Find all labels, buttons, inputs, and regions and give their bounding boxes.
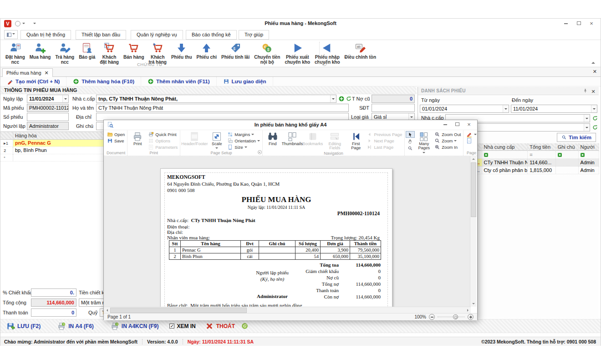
page-setup-dialog-launcher-icon[interactable] [258,150,262,154]
zoom-in-button[interactable] [468,314,474,320]
menu-tab-3[interactable]: Báo cáo thống kê [186,30,237,40]
tim-kiem-button[interactable]: Tìm kiếm [557,133,596,142]
margins-button[interactable]: Margins [226,131,261,137]
filter-cell-2[interactable]: = [528,151,555,158]
hand-button[interactable] [406,138,415,145]
tabstrip-close-icon[interactable]: ✕ [593,69,597,75]
thoat-button[interactable]: THOÁT [205,322,235,331]
xem-in-checkbox[interactable]: ✓ XEM IN [169,323,195,329]
panel-close-icon[interactable]: ✕ [591,88,596,96]
menu-tab-0[interactable]: Quản trị hệ thống [20,30,71,40]
column-header-2[interactable]: Tổng tiền [528,143,555,151]
tool-supplier-return[interactable]: Trả hàng ncc [53,41,76,65]
tool-receipt-out[interactable]: Phiếu chi [194,41,219,60]
ribbon-collapse-icon[interactable] [591,60,595,64]
thumbnails-button[interactable]: Thumbnails [282,131,303,146]
filter-cell-1[interactable] [482,151,528,158]
ho-ten-field[interactable]: CTy TNHH Thuận Nông Phát [96,104,349,112]
preview-horizontal-scrollbar[interactable] [104,307,471,313]
application: V Phiếu mua hàng - MekongSoft × Quản trị… [0,0,601,364]
tab-phieu-mua-hang[interactable]: Phiếu mua hàng ✕ [2,68,53,77]
tu-ngay-field[interactable]: 01/01/2024 [420,105,509,113]
tool-interest[interactable]: $Phiếu tính lãi [219,41,252,60]
luu-button[interactable]: LƯU (F2) [6,322,41,331]
column-header-1[interactable]: Nhà cung cấp [482,143,528,151]
menu-tab-1[interactable]: Thiết lập ban đầu [76,30,126,40]
tool-warehouse-in[interactable]: Phiếu nhập chuyển kho [312,41,342,65]
sell-icon [127,42,140,54]
zoom-slider[interactable] [438,317,465,317]
size-button[interactable]: Size [226,144,261,150]
tool-stock-adjust[interactable]: abĐiều chỉnh tồn [342,41,378,60]
page-color-button[interactable] [464,131,477,137]
action-3[interactable]: Lưu giao diện [217,77,273,86]
action-0[interactable]: Tạo mới (Ctrl + N) [0,77,66,86]
zoom-button[interactable]: Zoom [433,137,462,144]
sp-refresh2-icon[interactable] [592,124,598,131]
open-button[interactable]: Open [106,131,126,137]
ribbon-menu-button[interactable] [4,30,18,39]
first-page-button[interactable]: First Page [346,131,365,151]
ngay-lap-field[interactable]: 11/01/2024 [27,95,69,103]
document-tab-strip: Phiếu mua hàng ✕ ✕ [0,68,601,77]
refresh-supplier-icon[interactable] [346,96,352,102]
den-ngay-field[interactable]: 11/01/2024 [511,105,597,113]
filter-cell-4[interactable] [579,151,599,158]
filter-cell-3[interactable] [556,151,579,158]
tool-warehouse-out[interactable]: Phiếu xuất chuyển kho [282,41,312,65]
many-pages-button[interactable]: Many Pages [415,131,433,155]
save-button[interactable]: Save [106,137,126,144]
action-1[interactable]: Thêm hàng hóa (F10) [66,77,141,86]
maximize-button[interactable] [573,20,584,27]
print-button[interactable]: Print [128,131,147,146]
group-dialog-launcher-icon[interactable] [322,61,327,66]
magnifier-button[interactable] [406,145,415,152]
pin-icon[interactable] [583,88,588,93]
preview-vertical-scrollbar[interactable] [470,156,476,307]
tool-receipt-in[interactable]: Phiếu thu [169,41,194,60]
add-supplier-icon[interactable] [338,96,345,102]
column-header-4[interactable]: Người [579,143,599,151]
dialog-minimize-button[interactable] [440,121,451,128]
action-2[interactable]: Thêm nhân viên (F11) [141,77,217,86]
sp-refresh-icon[interactable] [592,115,598,121]
minimize-button[interactable] [560,20,571,27]
sdt-field[interactable] [372,104,415,112]
new-pen-icon [7,78,13,85]
zoom-out-button[interactable] [429,314,435,320]
scale-button[interactable]: Scale [208,131,226,150]
tool-supplier-order[interactable]: Đặt hàng ncc [3,41,27,65]
tool-customer-return[interactable]: Khách trả hàng [147,41,169,65]
column-header-3[interactable]: Ghi chú [556,143,579,151]
zoom-slider-knob[interactable] [453,314,458,319]
find-button[interactable]: Find [264,131,282,146]
orientation-button[interactable]: Orientation [226,137,261,144]
close-button[interactable]: × [586,20,597,27]
quick-print-button[interactable]: Quick Print [147,131,179,137]
nha-ccap-field[interactable]: tnp, CTy TNHH Thuận Nông Phát, [96,95,336,103]
tool-customer-order[interactable]: Khách đặt hàng [97,41,121,65]
watermark-button[interactable]: A [464,137,477,144]
so-phieu-field[interactable] [27,113,69,121]
menu-tab-2[interactable]: Quản lý nghiệp vụ [131,30,183,40]
tab-close-icon[interactable]: ✕ [44,69,48,77]
menu-tab-4[interactable]: Trợ giúp [239,30,269,40]
thanh-toan-field[interactable]: 0 [31,308,76,317]
tool-sell[interactable]: Bán hàng [121,41,147,60]
in-a4-button[interactable]: ? IN A4 (F6) [57,322,94,331]
tool-purchase[interactable]: Mua hàng [27,41,53,60]
tool-quote[interactable]: Báo giá [76,41,97,60]
tool-label: Điều chỉnh tồn [345,55,376,60]
quick-print-icon [148,131,154,137]
in-a4kcn-button[interactable]: ? IN A4KCN (F9) [110,322,159,331]
editing-fields-icon [329,131,340,142]
tong-cong-label: Tổng cộng [3,298,26,307]
zoom-in-button[interactable]: Zoom In [433,144,462,150]
refresh-circle-icon[interactable] [241,323,248,329]
dialog-close-button[interactable]: × [463,121,474,128]
zoom-out-button[interactable]: Zoom Out [433,131,462,137]
dialog-maximize-button[interactable] [452,121,463,128]
chiet-khau-field[interactable]: 0. [31,288,76,297]
tool-money-transfer[interactable]: €$Chuyển tiền nội bộ [252,41,282,65]
pointer-button[interactable] [406,131,415,138]
